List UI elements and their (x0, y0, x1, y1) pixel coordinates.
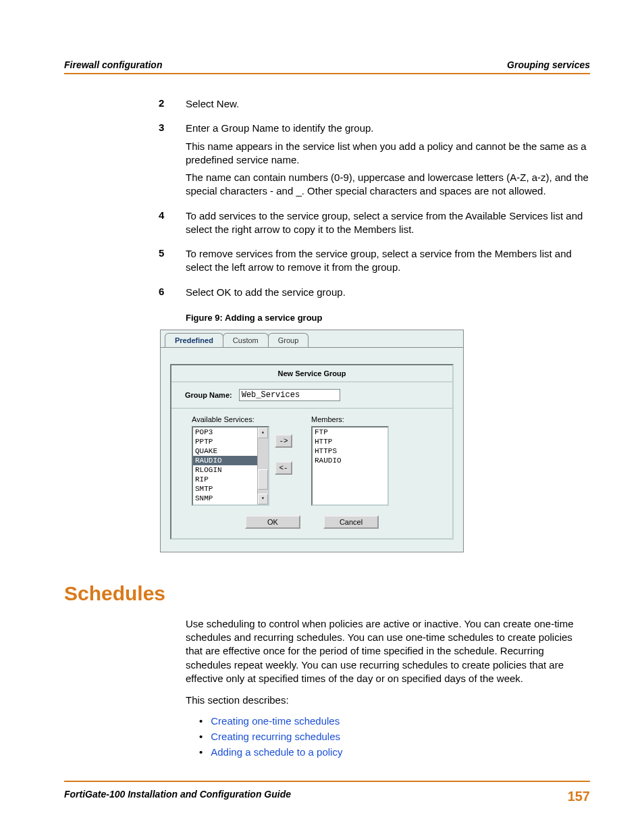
step-body: Select New. (186, 97, 590, 115)
list-item[interactable]: RAUDIO (313, 456, 387, 465)
step-text: To add services to the service group, se… (186, 209, 590, 237)
step-body: Enter a Group Name to identify the group… (186, 122, 590, 202)
step-4: 4To add services to the service group, s… (159, 209, 590, 241)
step-text: To remove services from the service grou… (186, 247, 590, 275)
remove-arrow-button[interactable]: <- (275, 461, 292, 475)
step-number: 3 (159, 122, 186, 202)
panel-title: New Service Group (171, 365, 452, 382)
list-item[interactable]: PPTP (193, 437, 257, 446)
step-2: 2Select New. (159, 97, 590, 115)
list-item[interactable]: SMTP (193, 484, 257, 494)
step-number: 6 (159, 286, 186, 303)
group-name-input[interactable] (239, 389, 340, 401)
tab-custom[interactable]: Custom (223, 333, 269, 347)
step-text: The name can contain numbers (0-9), uppe… (186, 171, 590, 199)
step-body: To remove services from the service grou… (186, 247, 590, 279)
step-text: This name appears in the service list wh… (186, 140, 590, 167)
cross-reference-link[interactable]: Creating one-time schedules (211, 715, 340, 727)
step-5: 5To remove services from the service gro… (159, 247, 590, 279)
schedules-describes: This section describes: (186, 694, 590, 707)
step-body: To add services to the service group, se… (186, 209, 590, 241)
new-service-group-panel: New Service Group Group Name: Available … (170, 364, 454, 540)
list-item[interactable]: RIP (193, 475, 257, 484)
link-item: Creating one-time schedules (199, 715, 590, 727)
list-item[interactable]: RLOGIN (193, 465, 257, 475)
cancel-button[interactable]: Cancel (323, 515, 379, 529)
scroll-up-icon[interactable]: ▴ (258, 427, 268, 438)
step-3: 3Enter a Group Name to identify the grou… (159, 122, 590, 202)
scroll-down-icon[interactable]: ▾ (258, 494, 268, 504)
link-item: Creating recurring schedules (199, 731, 590, 742)
step-number: 2 (159, 97, 186, 115)
tab-bar: Predefined Custom Group (161, 330, 463, 348)
step-text: Enter a Group Name to identify the group… (186, 122, 590, 135)
schedules-links: Creating one-time schedulesCreating recu… (199, 715, 590, 758)
step-body: Select OK to add the service group. (186, 286, 590, 303)
add-arrow-button[interactable]: -> (275, 434, 292, 448)
schedules-heading: Schedules (64, 582, 590, 605)
list-item[interactable]: SNMP (193, 494, 257, 503)
page-number: 157 (568, 789, 590, 804)
page-footer: FortiGate-100 Installation and Configura… (64, 781, 590, 804)
cross-reference-link[interactable]: Adding a schedule to a policy (211, 746, 342, 758)
list-item[interactable]: HTTPS (313, 446, 387, 456)
step-text: Select New. (186, 97, 590, 111)
step-6: 6Select OK to add the service group. (159, 286, 590, 303)
list-item[interactable]: QUAKE (193, 446, 257, 456)
group-name-label: Group Name: (185, 391, 232, 399)
list-item[interactable]: POP3 (193, 427, 257, 437)
members-label: Members: (311, 415, 389, 423)
step-text: Select OK to add the service group. (186, 286, 590, 299)
scroll-thumb[interactable] (258, 469, 268, 490)
list-item[interactable]: RAUDIO (193, 456, 257, 465)
ok-button[interactable]: OK (245, 515, 300, 529)
header-left: Firewall configuration (64, 59, 162, 70)
cross-reference-link[interactable]: Creating recurring schedules (211, 731, 340, 742)
link-item: Adding a schedule to a policy (199, 746, 590, 758)
step-number: 5 (159, 247, 186, 279)
available-services-list[interactable]: POP3PPTPQUAKERAUDIORLOGINRIPSMTPSNMP ▴ ▾ (192, 426, 269, 506)
footer-text: FortiGate-100 Installation and Configura… (64, 789, 291, 804)
header-right: Grouping services (507, 59, 590, 70)
list-item[interactable]: FTP (313, 427, 387, 437)
available-services-label: Available Services: (192, 415, 269, 423)
running-header: Firewall configuration Grouping services (64, 59, 590, 74)
schedules-intro: Use scheduling to control when policies … (186, 617, 590, 685)
figure-caption: Figure 9: Adding a service group (186, 313, 590, 323)
tab-predefined[interactable]: Predefined (165, 333, 223, 347)
scrollbar[interactable]: ▴ ▾ (257, 427, 268, 504)
list-item[interactable]: HTTP (313, 437, 387, 446)
figure-9: Predefined Custom Group New Service Grou… (159, 330, 590, 552)
members-list[interactable]: FTPHTTPHTTPSRAUDIO (311, 426, 389, 506)
service-group-dialog: Predefined Custom Group New Service Grou… (160, 330, 464, 552)
main-content: 2Select New.3Enter a Group Name to ident… (64, 97, 590, 552)
tab-group[interactable]: Group (268, 333, 309, 347)
step-number: 4 (159, 209, 186, 241)
